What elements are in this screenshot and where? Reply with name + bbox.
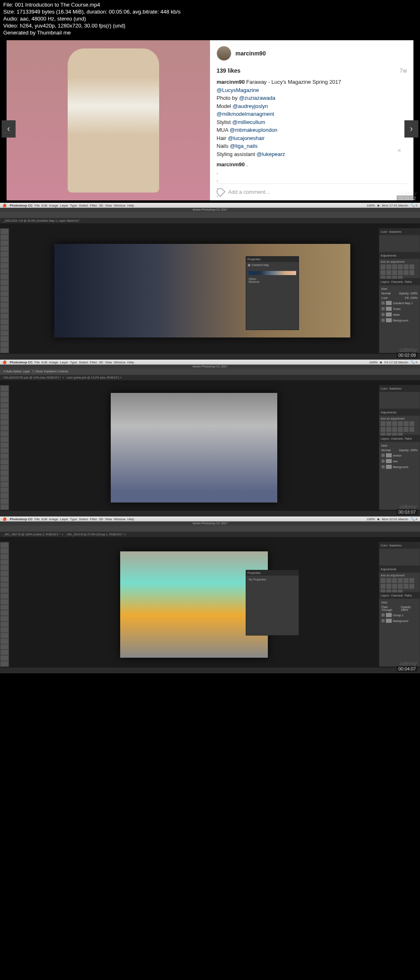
options-bar[interactable]: [0, 212, 420, 218]
add-comment-input[interactable]: Add a comment...: [228, 189, 270, 195]
right-panels[interactable]: Color Swatches Adjustments Add an adjust…: [379, 228, 420, 353]
next-arrow[interactable]: ›: [404, 120, 418, 138]
username[interactable]: marcinm90: [235, 50, 266, 57]
layer-item[interactable]: Background: [381, 618, 418, 624]
post-image: [7, 40, 210, 200]
layer-item[interactable]: Tones: [381, 306, 418, 312]
meta-file: File: 001 Introduction to The Course.mp4: [3, 2, 417, 9]
post-header[interactable]: marcinm90: [217, 46, 407, 61]
toolbox[interactable]: for(let i=0;i<22;i++)document.write('<di…: [0, 228, 9, 353]
close-icon[interactable]: ×: [397, 147, 401, 154]
canvas[interactable]: Properties ▦ Gradient Map DitherReverse: [9, 228, 379, 353]
window-title: Adobe Photoshop CC 2017: [0, 521, 420, 526]
photo-portrait: [111, 393, 277, 503]
canvas[interactable]: [9, 385, 379, 510]
post-age: 7w: [399, 67, 407, 74]
thumbnail-3-photoshop: 🍎Photoshop CC File Edit Image Layer Type…: [0, 360, 420, 516]
timestamp: 00:02:09: [397, 352, 418, 358]
document-tab[interactable]: _DSC2324 1.tif @ 26.8% (Gradient Map 1, …: [0, 218, 420, 223]
layer-item[interactable]: Gradient Map 1: [381, 300, 418, 306]
right-panels[interactable]: Color Swatches Adjustments Add an adjust…: [379, 385, 420, 510]
mac-menubar[interactable]: 🍎Photoshop CC File Edit Image Layer Type…: [0, 516, 420, 521]
photo-portrait: [54, 244, 350, 337]
layer-item[interactable]: Background: [381, 464, 418, 470]
layer-item[interactable]: Background: [381, 317, 418, 323]
instagram-panel: marcinm90 139 likes 7w marcinm90 Faraway…: [210, 40, 413, 200]
window-title: Adobe Photoshop CC 2017: [0, 365, 420, 369]
thumbnail-1-instagram: ‹ › marcinm90 139 likes 7w marcinm90 Far…: [0, 38, 420, 203]
avatar[interactable]: [217, 46, 231, 61]
meta-generator: Generated by Thumbnail me: [3, 30, 417, 37]
properties-panel[interactable]: Properties No Properties: [246, 570, 299, 636]
prev-arrow[interactable]: ‹: [2, 120, 16, 138]
document-tabs[interactable]: _MG_1067.tif @ 184% (notice 2, RGB/16*) …: [0, 532, 420, 537]
options-bar[interactable]: [0, 526, 420, 532]
toolbox[interactable]: for(let i=0;i<22;i++)document.write('<di…: [0, 385, 9, 510]
likes-count[interactable]: 139 likes: [217, 67, 240, 74]
thumbnail-2-photoshop: 🍎Photoshop CC File Edit Image Layer Type…: [0, 203, 420, 360]
meta-audio: Audio: aac, 48000 Hz, stereo (und): [3, 16, 417, 23]
canvas[interactable]: Properties No Properties: [9, 542, 379, 667]
timestamp: 00:03:07: [397, 509, 418, 515]
file-metadata: File: 001 Introduction to The Course.mp4…: [0, 0, 420, 38]
status-bar: [0, 511, 420, 516]
window-title: Adobe Photoshop CC 2017: [0, 208, 420, 212]
meta-size: Size: 17133949 bytes (16.34 MiB), durati…: [3, 9, 417, 16]
timestamp: 00:04:07: [397, 666, 418, 672]
status-bar: [0, 668, 420, 673]
toolbox[interactable]: for(let i=0;i<22;i++)document.write('<di…: [0, 542, 9, 667]
layer-item[interactable]: raw: [381, 458, 418, 464]
layer-item[interactable]: Group 1: [381, 612, 418, 618]
mac-menubar[interactable]: 🍎Photoshop CC File Edit Image Layer Type…: [0, 203, 420, 208]
meta-video: Video: h264, yuv420p, 1280x720, 30.00 fp…: [3, 23, 417, 30]
right-panels[interactable]: Color Swatches Adjustments Add an adjust…: [379, 542, 420, 667]
like-icon[interactable]: [215, 187, 225, 197]
thumbnail-4-photoshop: 🍎Photoshop CC File Edit Image Layer Type…: [0, 516, 420, 673]
gradient-preview[interactable]: [249, 271, 296, 275]
timestamp: 00:01:02: [397, 195, 418, 201]
options-bar[interactable]: ☑ Auto-Select: Layer ☐ Show Transform Co…: [0, 369, 420, 375]
layer-item[interactable]: clean: [381, 312, 418, 317]
layer-item[interactable]: censor: [381, 452, 418, 458]
mac-menubar[interactable]: 🍎Photoshop CC File Edit Image Layer Type…: [0, 360, 420, 365]
status-bar: [0, 354, 420, 360]
properties-panel[interactable]: Properties ▦ Gradient Map DitherReverse: [246, 256, 299, 330]
document-tabs[interactable]: OKLADKA3726.psb @ 14% (raw, RGB/16*) * ×…: [0, 375, 420, 380]
